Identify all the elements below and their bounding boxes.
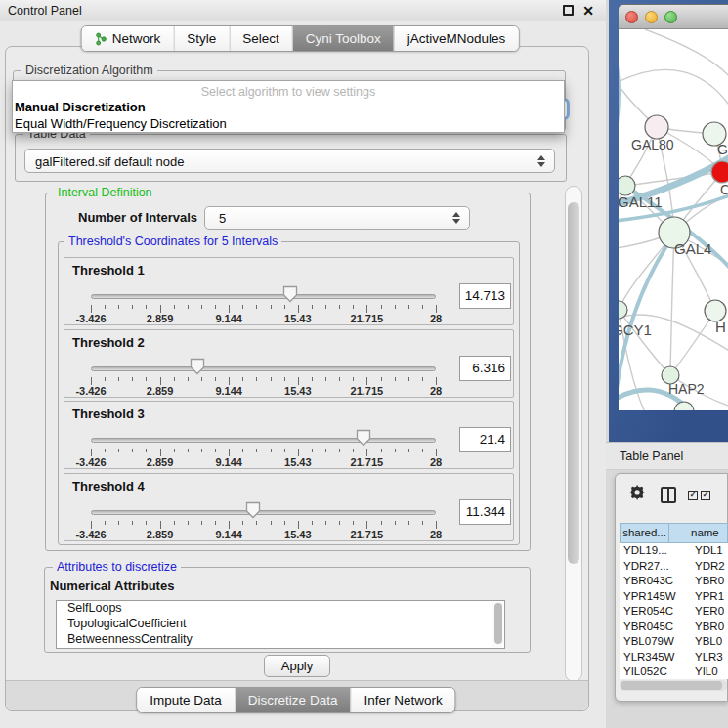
tick-mark — [105, 377, 106, 381]
threshold-value-field[interactable]: 14.713 — [459, 283, 511, 309]
tick-mark — [242, 521, 243, 525]
slider-thumb[interactable] — [190, 358, 205, 375]
table-row[interactable]: YDR27...YDR2 — [620, 559, 728, 575]
float-window-icon[interactable] — [563, 5, 574, 16]
table-row[interactable]: YDL19...YDL1 — [620, 543, 728, 559]
node-gal80[interactable] — [645, 115, 668, 139]
cell-shared-name: YBR045C — [620, 620, 695, 635]
tab-infer-network[interactable]: Infer Network — [350, 688, 454, 712]
tick-mark — [422, 521, 423, 525]
panel-scrollbar-thumb[interactable] — [568, 202, 579, 564]
table-panel-window: ✓ ✓ shared... name YDL19...YDL1YDR27...Y… — [615, 473, 728, 702]
attribute-item[interactable]: SelfLoops — [57, 601, 504, 617]
close-traffic-light-icon[interactable] — [625, 11, 638, 23]
table-body[interactable]: YDL19...YDL1YDR27...YDR2YBR043CYBR0YPR14… — [620, 543, 728, 679]
table-horizontal-scrollbar[interactable] — [620, 680, 727, 691]
panel-scrollbar[interactable] — [565, 186, 582, 682]
checkbox-icon[interactable]: ✓ — [701, 491, 710, 500]
apply-button[interactable]: Apply — [264, 655, 330, 677]
numerical-attributes-list[interactable]: SelfLoopsTopologicalCoefficientBetweenne… — [56, 600, 505, 649]
node-gal11[interactable] — [619, 176, 635, 195]
tab-jactivemnodules[interactable]: jActiveMNodules — [394, 26, 519, 51]
slider-track[interactable] — [91, 294, 436, 299]
slider-thumb[interactable] — [356, 429, 371, 447]
tab-select[interactable]: Select — [229, 26, 292, 51]
checkbox-icon[interactable]: ✓ — [688, 491, 698, 500]
slider-track[interactable] — [91, 438, 436, 443]
cell-name: YLR3 — [695, 650, 728, 665]
table-data-combobox[interactable]: galFiltered.sif default node — [24, 149, 555, 173]
close-icon[interactable]: ✕ — [582, 2, 594, 20]
threshold-value-field[interactable]: 6.316 — [459, 356, 511, 381]
threshold-label: Threshold 4 — [72, 479, 145, 493]
slider-track[interactable] — [91, 366, 436, 371]
network-canvas[interactable]: GAL80 GA C GAL11 GAL4 GCY1 H HAP2 — [619, 29, 728, 410]
number-of-intervals-combobox[interactable]: 5 — [204, 206, 470, 230]
tick-mark — [422, 449, 423, 452]
slider-thumb[interactable] — [245, 501, 261, 519]
tick-label: 28 — [430, 456, 442, 468]
table-horizontal-scrollbar-thumb[interactable] — [621, 681, 722, 690]
tick-mark — [242, 305, 243, 309]
slider-thumb[interactable] — [282, 285, 298, 303]
attributes-scrollbar[interactable] — [492, 602, 503, 647]
gear-icon[interactable] — [629, 485, 647, 502]
cell-shared-name: YBR043C — [620, 574, 695, 589]
attributes-scrollbar-thumb[interactable] — [494, 603, 502, 644]
node-red-selected[interactable] — [711, 161, 728, 183]
tab-discretize-data[interactable]: Discretize Data — [235, 688, 351, 712]
tick-mark — [118, 449, 119, 452]
attribute-item[interactable]: TopologicalCoefficient — [57, 617, 504, 632]
tick-mark — [381, 377, 382, 381]
threshold-label: Threshold 1 — [72, 263, 145, 278]
threshold-value-field[interactable]: 21.4 — [459, 427, 511, 452]
attribute-item[interactable]: BetweennessCentrality — [57, 632, 504, 648]
node-label: HAP2 — [668, 381, 705, 397]
tick-mark — [312, 305, 313, 309]
slider-tick-labels: -3.4262.8599.14415.4321.71528 — [91, 456, 436, 468]
tab-network[interactable]: Network — [82, 26, 174, 51]
slider-track[interactable] — [91, 510, 436, 515]
tick-mark — [395, 449, 396, 452]
algorithm-option-manual[interactable]: Manual Discretization — [15, 100, 146, 114]
table-row[interactable]: YPR145WYPR1 — [620, 589, 728, 605]
tick-mark — [160, 305, 161, 313]
cell-shared-name: YER054C — [620, 604, 695, 620]
number-of-intervals-label: Number of Intervals — [78, 210, 197, 225]
column-header-name[interactable]: name — [669, 523, 728, 543]
tick-mark — [188, 449, 189, 452]
tick-label: 15.43 — [284, 313, 312, 324]
network-view-window: GAL80 GA C GAL11 GAL4 GCY1 H HAP2 — [619, 4, 728, 410]
cell-shared-name: YPR145W — [620, 589, 695, 605]
tick-mark — [339, 377, 340, 381]
table-row[interactable]: YLR345WYLR3 — [620, 650, 728, 665]
tab-style[interactable]: Style — [173, 26, 229, 51]
table-row[interactable]: YBR043CYBR0 — [620, 574, 728, 589]
column-selector-icon[interactable] — [661, 487, 676, 503]
cell-name: YDL1 — [695, 543, 728, 559]
tick-mark — [118, 377, 119, 381]
zoom-traffic-light-icon[interactable] — [664, 11, 677, 23]
tab-cyni-toolbox[interactable]: Cyni Toolbox — [292, 26, 394, 51]
minimize-traffic-light-icon[interactable] — [645, 11, 658, 23]
network-window-titlebar[interactable] — [619, 4, 728, 29]
tick-mark — [381, 449, 382, 452]
tab-impute-data[interactable]: Impute Data — [137, 688, 235, 712]
tick-mark — [118, 305, 119, 309]
table-row[interactable]: YIL052CYIL0 — [620, 664, 728, 679]
column-header-shared-name[interactable]: shared... — [620, 523, 669, 543]
algorithm-popup-hint: Select algorithm to view settings — [13, 85, 564, 99]
algorithm-option-equal-width[interactable]: Equal Width/Frequency Discretization — [15, 116, 227, 131]
tick-mark — [353, 521, 354, 525]
table-row[interactable]: YBL079WYBL0 — [620, 634, 728, 650]
table-row[interactable]: YER054CYER0 — [620, 604, 728, 620]
tick-mark — [188, 521, 189, 525]
node-bottom-partial[interactable] — [674, 402, 694, 410]
tick-mark — [229, 305, 230, 313]
tick-mark — [408, 377, 409, 381]
tick-label: 15.43 — [284, 456, 312, 468]
table-row[interactable]: YBR045CYBR0 — [620, 620, 728, 635]
tick-label: 2.859 — [147, 529, 174, 540]
threshold-value-field[interactable]: 11.344 — [459, 499, 511, 525]
tick-mark — [339, 449, 340, 452]
